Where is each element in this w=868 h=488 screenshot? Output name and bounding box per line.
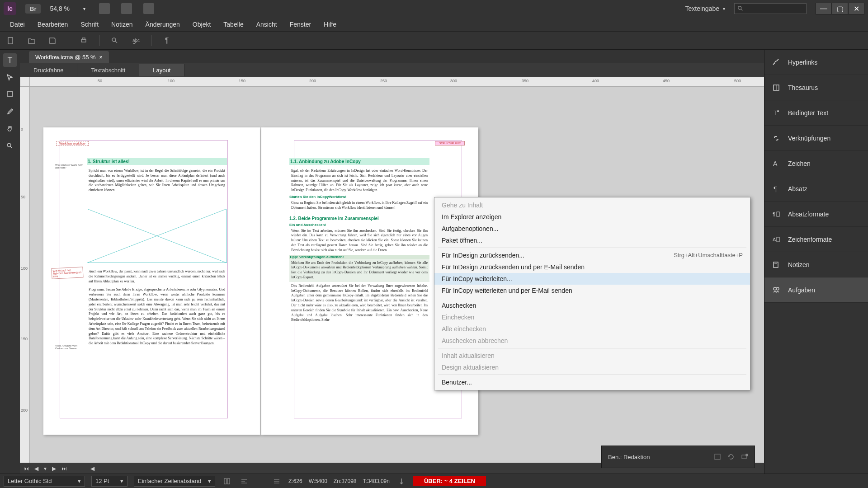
ctx-benutzer[interactable]: Benutzer... [434,376,750,388]
nav-prev[interactable]: ◀ [34,465,38,472]
search-icon [737,5,744,12]
size-combo[interactable]: 12 Pt▾ [91,476,127,487]
panel-label: Zeichen [788,160,811,167]
panel-aufgaben[interactable]: Aufgaben [764,277,868,303]
svg-rect-20 [777,212,779,216]
nav-last[interactable]: ⏭ [61,465,67,472]
panel-bedingter text[interactable]: TBedingter Text [764,100,868,126]
minimize-button[interactable]: — [816,3,832,14]
ctx-alle-einchecken: Alle einchecken [434,323,750,335]
subheading: Ein und Auschecken! [289,223,429,227]
menu-separator [438,348,746,348]
overflow-warning: ÜBER: ~ 4 ZEILEN [413,476,486,486]
panel-label: Aufgaben [788,286,815,294]
maximize-button[interactable]: ▢ [832,3,848,14]
workspace-switcher[interactable]: Texteingabe [685,5,725,12]
nav-story-prev[interactable]: ◀ [90,465,94,472]
tab-druckfahne[interactable]: Druckfahne [20,64,77,76]
spacing-combo[interactable]: Einfacher Zeilenabstand▾ [134,476,215,487]
zoom-value: 54,8 % [50,5,70,12]
type-tool[interactable]: T [3,53,17,67]
ruler-mark: 350 [522,79,528,83]
menu-notizen[interactable]: Notizen [105,18,139,31]
text-frame: 1. Struktur ist alles! Spricht man von e… [87,155,227,195]
view-mode-1[interactable] [99,3,110,14]
margin-text: Viele Ansätze vom Ordner zur Server [55,344,83,350]
update-content-icon[interactable] [714,453,721,460]
panel-zeichenformate[interactable]: AZeichenformate [764,227,868,252]
paragraph: Ganz zu Beginn: Sie befinden sich gleich… [289,199,429,212]
bridge-button[interactable]: Br [25,4,41,14]
nav-dropdown[interactable]: ▾ [44,465,47,472]
panel-zeichen[interactable]: AZeichen [764,151,868,176]
heading-1: 1. Struktur ist alles! [87,158,227,165]
panel-verknüpfungen[interactable]: Verknüpfungen [764,126,868,151]
zoom-tool[interactable] [3,139,17,153]
heading-12: 1.2. Beide Programme im Zusammenspiel [289,216,429,221]
spellcheck-icon[interactable]: abc [130,35,141,46]
panel-notizen[interactable]: Notizen [764,252,868,277]
ruler-mark: 150 [21,337,28,341]
new-assignment-icon[interactable] [741,453,748,460]
svg-point-26 [776,287,779,290]
tab-layout[interactable]: Layout [139,64,184,76]
panel-thesaurus[interactable]: Thesaurus [764,75,868,100]
menu-objekt[interactable]: Objekt [186,18,217,31]
menu-ansicht[interactable]: Ansicht [250,18,283,31]
paragraph: Spricht man von einem Workflow, ist in d… [87,167,227,195]
eyedropper-tool[interactable] [3,105,17,118]
align-icon[interactable] [239,476,250,487]
ctx-paket-ffnen[interactable]: Paket öffnen... [434,235,750,246]
print-icon[interactable] [78,35,89,46]
margin-text: Wie wird ein Work flow definiert? [55,164,83,169]
close-button[interactable]: ✕ [848,3,864,14]
menu-hilfe[interactable]: Hilfe [317,18,343,31]
find-icon[interactable] [109,35,120,46]
save-icon[interactable] [47,35,58,46]
paraf-icon: ¶ [771,209,782,220]
paragraph: Wenn Sie im Text arbeiten, müssen Sie ih… [289,227,429,255]
view-mode-3[interactable] [143,3,154,14]
ctx-im-explorer-anzeigen[interactable]: Im Explorer anzeigen [434,211,750,223]
note-tool[interactable] [3,88,17,101]
menu-aenderungen[interactable]: Änderungen [139,18,186,31]
open-icon[interactable] [26,35,37,46]
charf-icon: A [771,234,782,245]
nav-first[interactable]: ⏮ [24,465,29,472]
ctx-label: Alle einchecken [442,325,486,333]
zoom-combo[interactable]: 54,8 % [50,5,85,12]
panel-absatzformate[interactable]: ¶Absatzformate [764,202,868,227]
ctx-f-r-indesign-zur-cksenden-und-per-e-mail-senden[interactable]: Für InDesign zurücksenden und per E-Mail… [434,261,750,273]
ctx-auschecken[interactable]: Auschecken [434,300,750,311]
font-combo[interactable]: Letter Gothic Std▾ [4,476,85,487]
ctx-f-r-incopy-weiterleiten-und-per-e-mail-senden[interactable]: Für InCopy weiterleiten und per E-Mail s… [434,285,750,296]
ctx-f-r-indesign-zur-cksenden[interactable]: Für InDesign zurücksenden...Strg+Alt+Ums… [434,249,750,261]
ctx-auschecken-abbrechen: Auschecken abbrechen [434,335,750,347]
columns-icon[interactable] [222,476,232,487]
menu-schrift[interactable]: Schrift [74,18,105,31]
search-input[interactable] [734,3,807,14]
panel-absatz[interactable]: ¶Absatz [764,176,868,202]
menu-bearbeiten[interactable]: Bearbeiten [31,18,75,31]
menu-tabelle[interactable]: Tabelle [217,18,250,31]
svg-rect-22 [777,237,779,242]
menu-datei[interactable]: Datei [4,18,31,31]
menu-fenster[interactable]: Fenster [283,18,317,31]
document-tab[interactable]: Workflow.icma @ 55 % × [29,51,109,63]
new-icon[interactable] [5,35,16,46]
close-icon[interactable]: × [99,54,103,61]
nav-next[interactable]: ▶ [52,465,56,472]
hand-tool[interactable] [3,122,17,136]
ctx-label: Für InDesign zurücksenden und per E-Mail… [442,263,585,271]
direct-select-tool[interactable] [3,70,17,84]
svg-point-9 [7,143,11,147]
panel-hyperlinks[interactable]: Hyperlinks [764,50,868,75]
svg-rect-3 [81,39,86,42]
tab-textabschnitt[interactable]: Textabschnitt [77,64,139,76]
ctx-f-r-incopy-weiterleiten[interactable]: Für InCopy weiterleiten... [434,273,750,285]
pilcrow-icon[interactable]: ¶ [161,35,172,46]
view-mode-2[interactable] [121,3,132,14]
ctx-aufgabenoptionen[interactable]: Aufgabenoptionen... [434,223,750,235]
refresh-icon[interactable] [727,453,735,460]
font-name: Letter Gothic Std [8,478,52,484]
